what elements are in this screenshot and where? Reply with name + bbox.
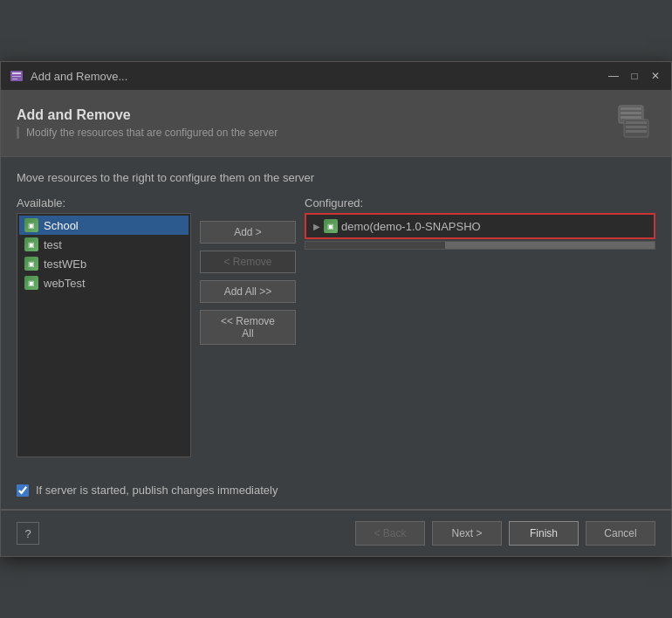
title-bar-left: Add and Remove... xyxy=(10,69,127,83)
list-item[interactable]: ▣ webTest xyxy=(19,273,189,292)
add-all-button[interactable]: Add All >> xyxy=(200,280,296,303)
remove-button[interactable]: < Remove xyxy=(200,251,296,273)
item-label: test xyxy=(44,238,62,251)
main-window: Add and Remove... — □ ✕ Add and Remove M… xyxy=(0,61,672,557)
back-button[interactable]: < Back xyxy=(355,521,425,546)
svg-rect-3 xyxy=(12,79,17,79)
window-title: Add and Remove... xyxy=(31,70,127,83)
help-button[interactable]: ? xyxy=(17,522,39,545)
instruction-text: Move resources to the right to configure… xyxy=(17,171,655,184)
remove-all-button[interactable]: << Remove All xyxy=(200,310,296,345)
footer-left: ? xyxy=(17,522,39,545)
item-label: School xyxy=(44,219,79,232)
server-icon xyxy=(614,102,655,144)
header-subtitle: Modify the resources that are configured… xyxy=(17,127,278,139)
item-label: testWEb xyxy=(44,258,86,271)
chevron-icon: ▶ xyxy=(313,222,320,231)
footer: ? < Back Next > Finish Cancel xyxy=(1,510,671,556)
available-label: Available: xyxy=(17,196,191,209)
svg-rect-2 xyxy=(12,76,21,77)
header-text: Add and Remove Modify the resources that… xyxy=(17,107,278,139)
svg-rect-1 xyxy=(12,72,21,74)
add-button[interactable]: Add > xyxy=(200,221,296,244)
footer-right: < Back Next > Finish Cancel xyxy=(355,521,655,546)
title-bar: Add and Remove... — □ ✕ xyxy=(1,62,671,90)
list-item[interactable]: ▣ School xyxy=(19,216,189,235)
header-section: Add and Remove Modify the resources that… xyxy=(1,90,671,157)
available-panel: Available: ▣ School ▣ test ▣ testWEb xyxy=(17,196,191,457)
resources-layout: Available: ▣ School ▣ test ▣ testWEb xyxy=(17,196,655,457)
window-icon xyxy=(10,69,24,83)
configured-item[interactable]: ▶ ▣ demo(demo-1.0-SNAPSHO xyxy=(308,216,652,236)
list-item[interactable]: ▣ test xyxy=(19,235,189,254)
checkbox-section: If server is started, publish changes im… xyxy=(1,471,671,509)
module-icon: ▣ xyxy=(24,257,38,271)
configured-panel: Configured: ▶ ▣ demo(demo-1.0-SNAPSHO xyxy=(305,196,655,250)
svg-rect-5 xyxy=(621,107,641,110)
configured-list[interactable]: ▶ ▣ demo(demo-1.0-SNAPSHO xyxy=(305,213,655,239)
svg-rect-10 xyxy=(626,126,647,128)
svg-rect-11 xyxy=(626,130,647,133)
module-icon: ▣ xyxy=(24,276,38,290)
publish-checkbox-label[interactable]: If server is started, publish changes im… xyxy=(36,484,278,497)
finish-button[interactable]: Finish xyxy=(509,521,579,546)
list-item[interactable]: ▣ testWEb xyxy=(19,254,189,273)
module-icon: ▣ xyxy=(24,237,38,251)
configured-label: Configured: xyxy=(305,196,655,209)
configured-item-label: demo(demo-1.0-SNAPSHO xyxy=(341,220,481,233)
svg-rect-6 xyxy=(621,112,641,114)
header-title: Add and Remove xyxy=(17,107,278,123)
module-icon: ▣ xyxy=(24,218,38,232)
scrollbar-thumb xyxy=(445,242,655,249)
maximize-button[interactable]: □ xyxy=(627,69,641,83)
svg-rect-7 xyxy=(621,116,641,119)
available-list[interactable]: ▣ School ▣ test ▣ testWEb ▣ webTest xyxy=(17,213,191,457)
next-button[interactable]: Next > xyxy=(432,521,502,546)
publish-checkbox[interactable] xyxy=(17,484,29,497)
module-icon: ▣ xyxy=(324,219,338,233)
cancel-button[interactable]: Cancel xyxy=(586,521,655,546)
horizontal-scrollbar[interactable] xyxy=(305,241,655,250)
close-button[interactable]: ✕ xyxy=(648,69,662,83)
minimize-button[interactable]: — xyxy=(607,69,621,83)
svg-rect-9 xyxy=(626,121,647,124)
content-section: Move resources to the right to configure… xyxy=(1,157,671,471)
middle-buttons: Add > < Remove Add All >> << Remove All xyxy=(200,196,296,345)
item-label: webTest xyxy=(44,277,86,290)
title-bar-controls: — □ ✕ xyxy=(607,69,662,83)
